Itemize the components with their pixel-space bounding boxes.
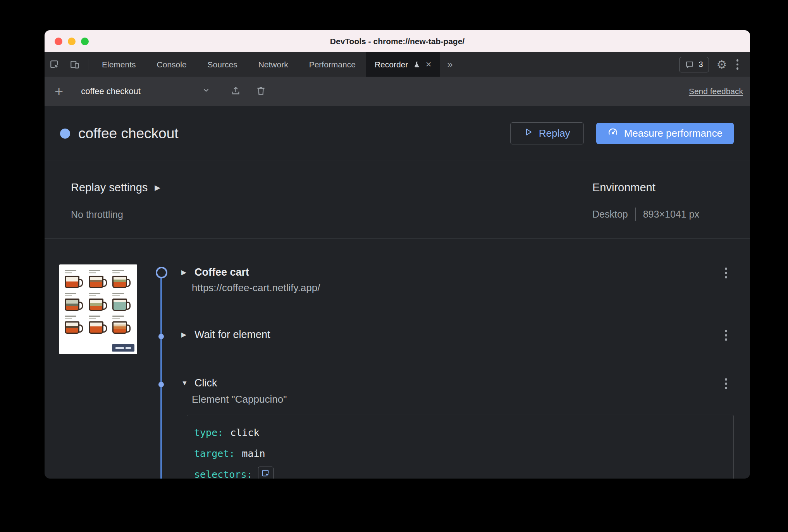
traffic-lights xyxy=(55,30,89,52)
tab-performance[interactable]: Performance xyxy=(299,52,366,77)
timeline-node xyxy=(158,334,164,339)
step-menu-button[interactable] xyxy=(723,266,729,280)
issues-count-badge: 3 xyxy=(699,60,703,69)
step-click[interactable]: ▼ Click xyxy=(181,377,217,389)
export-icon xyxy=(231,86,241,98)
zoom-window-button[interactable] xyxy=(81,38,89,45)
add-recording-button[interactable]: + xyxy=(55,84,63,99)
tab-sources[interactable]: Sources xyxy=(197,52,248,77)
divider xyxy=(668,59,668,70)
code-key: type: xyxy=(194,427,223,438)
tab-console[interactable]: Console xyxy=(146,52,197,77)
step-wait-for-element[interactable]: ▶ Wait for element xyxy=(181,329,270,341)
select-element-icon xyxy=(262,469,270,479)
step-navigate[interactable]: ▶ Coffee cart xyxy=(181,266,249,278)
measure-button-label: Measure performance xyxy=(624,127,723,139)
window-title: DevTools - chrome://new-tab-page/ xyxy=(330,37,465,46)
recorder-toolbar: + coffee checkout Send feedback xyxy=(45,77,750,106)
environment-viewport: 893×1041 px xyxy=(643,209,699,220)
coffee-cup xyxy=(112,293,132,311)
step-code-editor: type: click target: main selectors: xyxy=(187,415,734,479)
coffee-cup xyxy=(65,316,85,334)
code-value: click xyxy=(230,427,259,438)
devtools-menu-button[interactable] xyxy=(735,58,740,71)
step-title: Click xyxy=(194,377,217,389)
timeline-node-start xyxy=(156,267,167,278)
tab-recorder-label: Recorder xyxy=(375,60,408,69)
recording-status-dot xyxy=(60,129,70,139)
tab-elements[interactable]: Elements xyxy=(91,52,146,77)
play-icon xyxy=(524,127,533,139)
recording-title: coffee checkout xyxy=(78,125,179,142)
chat-bubble-icon xyxy=(685,60,694,69)
code-line: type: click xyxy=(194,422,733,443)
code-key: target: xyxy=(194,448,235,459)
timeline-line xyxy=(160,272,162,479)
minimize-window-button[interactable] xyxy=(68,38,76,45)
settings-gear-icon[interactable]: ⚙ xyxy=(717,59,727,70)
more-tabs-button[interactable]: » xyxy=(440,52,459,77)
device-toolbar-icon xyxy=(70,60,80,70)
titlebar: DevTools - chrome://new-tab-page/ xyxy=(45,30,750,52)
code-value: main xyxy=(242,448,265,459)
replay-settings-label: Replay settings xyxy=(71,181,148,194)
replay-settings-toggle[interactable]: Replay settings ▶ xyxy=(71,181,160,194)
devtools-window: DevTools - chrome://new-tab-page/ Elemen… xyxy=(45,30,750,479)
steps-list: ▶ Coffee cart https://coffee-cart.netlif… xyxy=(45,239,750,479)
recording-header: coffee checkout Replay Measure performan… xyxy=(45,106,750,161)
trash-icon xyxy=(256,86,266,98)
inspect-element-button[interactable] xyxy=(45,52,65,77)
export-recording-button[interactable] xyxy=(231,86,241,98)
cart-total-badge xyxy=(112,344,134,352)
recording-select-value: coffee checkout xyxy=(81,86,141,96)
environment-label: Environment xyxy=(592,181,656,194)
close-recorder-tab-icon[interactable]: ✕ xyxy=(425,60,432,69)
tab-network[interactable]: Network xyxy=(248,52,299,77)
measure-performance-button[interactable]: Measure performance xyxy=(596,123,734,144)
inspect-cursor-icon xyxy=(50,60,60,70)
throttling-value: No throttling xyxy=(71,209,123,220)
tab-recorder-active[interactable]: Recorder ✕ xyxy=(366,52,440,77)
coffee-cup xyxy=(65,270,85,288)
disclosure-arrow-icon[interactable]: ▼ xyxy=(181,379,190,387)
delete-recording-button[interactable] xyxy=(256,86,266,98)
divider xyxy=(88,59,88,70)
disclosure-arrow-icon[interactable]: ▶ xyxy=(181,331,190,339)
devtools-tabbar: Elements Console Sources Network Perform… xyxy=(45,52,750,77)
experiment-flask-icon xyxy=(413,61,420,68)
environment-device: Desktop xyxy=(592,209,628,220)
code-line: target: main xyxy=(194,443,733,464)
chevron-down-icon xyxy=(202,86,210,97)
disclosure-arrow-icon[interactable]: ▶ xyxy=(181,268,190,276)
device-toolbar-button[interactable] xyxy=(65,52,85,77)
replay-button-label: Replay xyxy=(539,127,570,139)
coffee-cup xyxy=(112,270,132,288)
page-screenshot-thumbnail xyxy=(59,264,137,354)
issues-chat-button[interactable]: 3 xyxy=(679,57,709,72)
step-element: Element "Cappucino" xyxy=(192,393,287,405)
replay-button[interactable]: Replay xyxy=(510,122,584,144)
header-actions: Replay Measure performance xyxy=(510,122,734,144)
code-line: selectors: xyxy=(194,464,733,479)
coffee-cup xyxy=(89,270,109,288)
coffee-grid xyxy=(59,264,137,337)
coffee-cup xyxy=(112,316,132,334)
replay-settings-section: Replay settings ▶ No throttling Environm… xyxy=(45,161,750,239)
timeline-node xyxy=(158,382,164,387)
step-title: Wait for element xyxy=(194,329,270,341)
environment-values: Desktop 893×1041 px xyxy=(592,208,699,221)
step-title: Coffee cart xyxy=(194,266,249,278)
coffee-cup xyxy=(65,293,85,311)
step-menu-button[interactable] xyxy=(723,377,729,391)
step-menu-button[interactable] xyxy=(723,328,729,342)
tabbar-right-controls: 3 ⚙ xyxy=(665,52,750,77)
step-url: https://coffee-cart.netlify.app/ xyxy=(192,282,320,294)
coffee-cup xyxy=(89,316,109,334)
close-window-button[interactable] xyxy=(55,38,62,45)
send-feedback-link[interactable]: Send feedback xyxy=(689,87,743,96)
select-element-button[interactable] xyxy=(258,467,274,479)
divider xyxy=(635,208,636,221)
recording-select[interactable]: coffee checkout xyxy=(81,86,210,97)
coffee-cup xyxy=(89,293,109,311)
code-key: selectors: xyxy=(194,469,253,479)
